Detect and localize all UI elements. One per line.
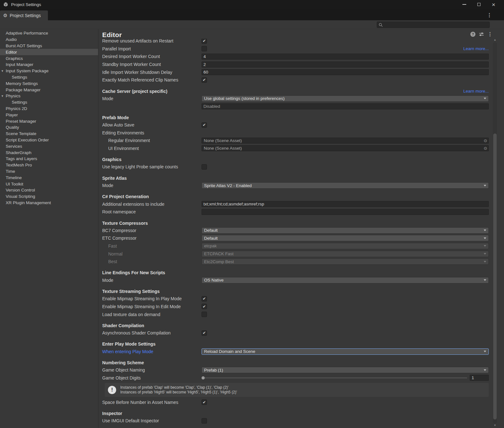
dropdown[interactable]: OS Native [202,277,489,283]
setting-label[interactable]: When entering Play Mode [102,349,202,354]
learn-more-link[interactable]: Learn more... [463,46,489,51]
checkbox[interactable]: ✔ [202,399,207,405]
dropdown[interactable]: Prefab (1) [202,367,489,373]
sidebar-item-label: Quality [6,125,19,130]
sidebar-item-visual-scripting[interactable]: Visual Scripting [0,193,98,200]
setting-control: ✔ [202,304,489,309]
dropdown[interactable]: Reload Domain and Scene [202,348,489,355]
slider-thumb[interactable] [202,376,205,379]
close-button[interactable]: × [486,0,501,9]
setting-row-use-legacy-light-probe-sample-counts: Use legacy Light Probe sample counts [102,163,489,171]
sidebar-item-scene-template[interactable]: Scene Template [0,131,98,137]
sidebar-item-script-execution-order[interactable]: Script Execution Order [0,137,98,143]
checkbox[interactable]: ✔ [202,330,207,336]
sidebar-item-physics[interactable]: ▼Physics [0,93,98,99]
help-box-line: Instances of prefab 'Clap' will become '… [120,385,237,390]
sidebar-item-graphics[interactable]: Graphics [0,55,98,62]
dropdown[interactable]: Use global settings (stored in preferenc… [202,95,489,102]
setting-row-when-entering-play-mode: When entering Play ModeReload Domain and… [102,347,489,355]
sidebar-item-editor[interactable]: Editor [0,49,98,55]
object-picker-icon[interactable]: ⊙ [482,138,488,143]
settings-header-icons: ? ⋮ [470,32,493,37]
setting-label: Normal [102,251,202,256]
sidebar-item-label: Settings [12,100,27,105]
dropdown-value: Default [204,228,481,233]
more-menu-icon[interactable]: ⋮ [487,32,493,37]
preset-icon[interactable] [479,32,484,36]
search-field[interactable] [377,22,490,28]
sidebar-item-settings[interactable]: Settings [0,74,98,81]
setting-control: ✔ [202,296,489,302]
sidebar-item-settings[interactable]: Settings [0,99,98,106]
minimize-button[interactable] [457,0,472,9]
setting-row-standby-import-worker-count: Standby Import Worker Count2 [102,61,489,68]
foldout-icon[interactable]: ▼ [1,69,4,73]
sidebar-item-services[interactable]: Services [0,143,98,149]
scroll-up-icon[interactable]: ▲ [494,38,496,42]
checkbox[interactable]: ✔ [202,122,207,128]
help-icon[interactable]: ? [470,32,475,37]
sidebar-item-ui-toolkit[interactable]: UI Toolkit [0,181,98,187]
scrollbar-thumb[interactable] [493,133,497,419]
dropdown[interactable]: Sprite Atlas V2 - Enabled [202,182,489,189]
section-header-prefab-mode: Prefab Mode [102,114,489,121]
sidebar-item-adaptive-performance[interactable]: Adaptive Performance [0,30,98,36]
toolbar [0,20,504,29]
sidebar-item-physics-2d[interactable]: Physics 2D [0,106,98,112]
sidebar-item-burst-aot-settings[interactable]: Burst AOT Settings [0,43,98,49]
sidebar-item-input-system-package[interactable]: ▼Input System Package [0,68,98,74]
check-icon: ✔ [202,331,206,335]
slider-value-field[interactable]: 1 [470,375,489,381]
checkbox[interactable]: ✔ [202,77,207,83]
sidebar-item-time[interactable]: Time [0,168,98,175]
scrollbar-track[interactable] [493,42,497,423]
checkbox[interactable] [202,164,207,170]
sidebar-item-memory-settings[interactable]: Memory Settings [0,80,98,87]
foldout-icon[interactable]: ▼ [1,94,4,98]
tab-project-settings[interactable]: ⚙ Project Settings [0,10,48,20]
checkbox[interactable]: ✔ [202,296,207,302]
text-field[interactable] [202,209,489,215]
sidebar-item-tags-and-layers[interactable]: Tags and Layers [0,156,98,162]
learn-more-link[interactable]: Learn more... [463,89,489,94]
tab-label: Project Settings [10,13,41,18]
dropdown[interactable]: Default [202,227,489,234]
tab-menu-icon[interactable]: ⋮ [487,12,492,18]
sidebar-item-shadergraph[interactable]: ShaderGraph [0,149,98,156]
sidebar-item-package-manager[interactable]: Package Manager [0,87,98,93]
text-field[interactable]: 4 [202,54,489,60]
sidebar-item-timeline[interactable]: Timeline [0,174,98,181]
text-field[interactable]: txt;xml;fnt;cd;asmdef;asmref;rsp [202,201,489,207]
sidebar-item-xr-plugin-management[interactable]: XR Plugin Management [0,200,98,206]
sidebar-item-textmesh-pro[interactable]: TextMesh Pro [0,162,98,168]
maximize-button[interactable] [472,0,486,9]
checkbox[interactable] [202,312,207,317]
sidebar-item-label: Adaptive Performance [6,31,48,36]
dropdown[interactable]: Default [202,235,489,241]
text-field[interactable]: 2 [202,62,489,68]
sidebar-item-version-control[interactable]: Version Control [0,187,98,193]
scroll-down-icon[interactable]: ▼ [494,424,496,427]
checkbox[interactable]: ✔ [202,304,207,309]
section-title: C# Project Generation [102,194,149,199]
checkbox[interactable] [202,46,207,51]
vertical-scrollbar[interactable]: ▲ ▼ [493,38,497,427]
sidebar-item-label: XR Plugin Management [6,200,51,205]
object-field[interactable]: None (Scene Asset)⊙ [202,145,489,151]
search-input[interactable] [384,22,488,28]
check-icon: ✔ [202,39,206,43]
sidebar-item-audio[interactable]: Audio [0,36,98,43]
setting-control: Prefab (1) [202,367,489,373]
setting-label: UI Environment [102,146,202,151]
setting-label: Enable Mipmap Streaming In Play Mode [102,296,202,301]
object-field[interactable]: None (Scene Asset)⊙ [202,138,489,144]
object-picker-icon[interactable]: ⊙ [482,146,488,151]
sidebar-item-preset-manager[interactable]: Preset Manager [0,118,98,124]
sidebar-item-input-manager[interactable]: Input Manager [0,62,98,68]
checkbox[interactable]: ✔ [202,38,207,44]
text-field[interactable]: 60 [202,69,489,75]
sidebar-item-quality[interactable]: Quality [0,124,98,131]
checkbox[interactable] [202,418,207,424]
slider[interactable] [202,378,467,378]
sidebar-item-player[interactable]: Player [0,112,98,118]
